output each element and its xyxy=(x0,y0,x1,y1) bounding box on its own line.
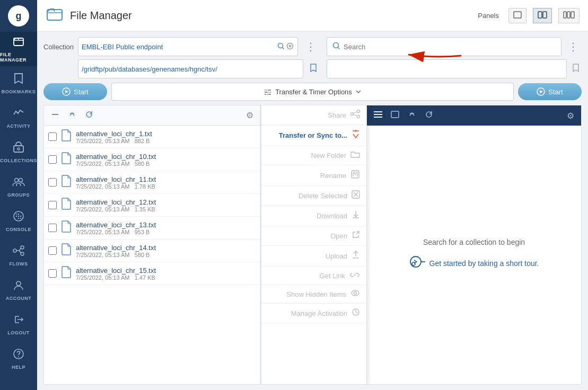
svg-point-36 xyxy=(266,93,268,95)
file-info: alternative_loci_chr_12.txt 7/25/2022, 0… xyxy=(76,198,256,212)
sidebar-item-label-flows: Flows xyxy=(10,261,28,267)
file-list: alternative_loci_chr_1.txt 7/25/2022, 05… xyxy=(44,126,260,384)
svg-rect-23 xyxy=(564,12,566,18)
tour-link-text[interactable]: Get started by taking a short tour. xyxy=(429,259,539,268)
search-path-input[interactable] xyxy=(330,65,563,73)
context-menu-item-rename: Rename xyxy=(261,165,366,186)
svg-point-6 xyxy=(16,216,17,217)
table-row[interactable]: alternative_loci_chr_15.txt 7/25/2022, 0… xyxy=(44,262,260,285)
sidebar-logo[interactable]: g xyxy=(0,0,37,32)
svg-point-7 xyxy=(18,216,19,217)
right-panel-gear-btn[interactable]: ⚙ xyxy=(564,109,577,122)
transfer-row: Start Transfer & Timer Options Start xyxy=(43,83,582,101)
context-menu-item-open: Open xyxy=(261,226,366,246)
collection-clear-btn[interactable] xyxy=(286,41,294,52)
right-panel-menu-btn[interactable] xyxy=(371,109,385,122)
ctx-icon-rename xyxy=(350,170,360,181)
file-icon xyxy=(61,243,72,259)
right-panel-up-btn[interactable] xyxy=(405,109,419,122)
panel-double-btn[interactable] xyxy=(533,8,552,23)
tour-link[interactable]: Get started by taking a short tour. xyxy=(409,255,539,272)
sidebar-item-logout[interactable]: Logout xyxy=(0,307,37,342)
file-meta: 7/25/2022, 05:13 AM 580 B xyxy=(76,252,256,258)
file-meta: 7/25/2022, 05:13 AM 1.35 KB xyxy=(76,206,256,212)
collection-search-btn[interactable] xyxy=(276,41,286,52)
sidebar-item-flows[interactable]: Flows xyxy=(0,238,37,273)
table-row[interactable]: alternative_loci_chr_1.txt 7/25/2022, 05… xyxy=(44,126,260,148)
path-input[interactable] xyxy=(82,65,300,73)
sidebar-item-groups[interactable]: Groups xyxy=(0,170,37,204)
left-panel-gear-btn[interactable]: ⚙ xyxy=(243,109,256,122)
svg-point-8 xyxy=(20,216,21,217)
left-panel-minus-btn[interactable] xyxy=(48,109,62,122)
file-icon xyxy=(61,174,72,190)
ctx-icon-manage-activation xyxy=(352,308,360,318)
file-checkbox[interactable] xyxy=(48,246,57,255)
file-info: alternative_loci_chr_14.txt 7/25/2022, 0… xyxy=(76,244,256,258)
file-name: alternative_loci_chr_1.txt xyxy=(76,130,256,138)
panel-triple-btn[interactable] xyxy=(558,8,580,23)
table-row[interactable]: alternative_loci_chr_11.txt 7/25/2022, 0… xyxy=(44,171,260,194)
sidebar-item-file-manager[interactable]: File Manager xyxy=(0,32,37,66)
svg-point-35 xyxy=(268,91,270,93)
file-checkbox[interactable] xyxy=(48,269,57,278)
panel-single-btn[interactable] xyxy=(508,8,526,23)
ctx-item-label-delete: Delete Selected xyxy=(299,192,347,200)
file-checkbox[interactable] xyxy=(48,178,57,187)
file-meta: 7/25/2022, 05:13 AM 1.47 KB xyxy=(76,274,256,281)
table-row[interactable]: alternative_loci_chr_12.txt 7/25/2022, 0… xyxy=(44,194,260,217)
svg-rect-51 xyxy=(391,111,399,118)
ctx-item-label-share: Share xyxy=(328,111,346,119)
console-icon xyxy=(13,210,24,225)
file-checkbox[interactable] xyxy=(48,201,57,209)
ctx-item-label-get-link: Get Link xyxy=(320,272,345,280)
table-row[interactable]: alternative_loci_chr_14.txt 7/25/2022, 0… xyxy=(44,240,260,262)
context-menu-item-new-folder: New Folder xyxy=(261,146,366,165)
help-icon xyxy=(13,348,24,362)
left-start-button[interactable]: Start xyxy=(43,83,107,100)
sidebar-item-label-help: Help xyxy=(12,365,25,370)
transfer-options-button[interactable]: Transfer & Timer Options xyxy=(111,83,514,101)
file-name: alternative_loci_chr_15.txt xyxy=(76,267,256,274)
file-checkbox[interactable] xyxy=(48,155,57,164)
svg-point-26 xyxy=(278,43,283,48)
context-menu-item-transfer-sync[interactable]: Transfer or Sync to... xyxy=(261,125,366,146)
collection-menu-btn[interactable]: ⋮ xyxy=(302,39,319,54)
sidebar-item-help[interactable]: Help xyxy=(0,342,37,376)
left-panel-refresh-btn[interactable] xyxy=(82,109,96,122)
file-icon xyxy=(61,152,72,167)
sidebar-item-bookmarks[interactable]: Bookmarks xyxy=(0,66,37,101)
file-info: alternative_loci_chr_13.txt 7/25/2022, 0… xyxy=(76,221,256,235)
svg-point-2 xyxy=(17,148,20,150)
collection-input[interactable] xyxy=(82,43,276,51)
file-name: alternative_loci_chr_14.txt xyxy=(76,244,256,252)
search-input[interactable] xyxy=(344,43,556,51)
search-menu-btn[interactable]: ⋮ xyxy=(565,39,582,54)
file-checkbox[interactable] xyxy=(48,224,57,232)
sidebar-item-activity[interactable]: Activity xyxy=(0,101,37,135)
topbar-filemanager-icon xyxy=(46,5,64,26)
left-panel-up-btn[interactable] xyxy=(65,109,79,122)
ctx-icon-get-link xyxy=(349,271,360,280)
ctx-icon-download xyxy=(352,210,360,221)
sidebar-item-collections[interactable]: Collections xyxy=(0,135,37,170)
table-row[interactable]: alternative_loci_chr_13.txt 7/25/2022, 0… xyxy=(44,217,260,240)
svg-point-13 xyxy=(13,249,16,252)
file-checkbox[interactable] xyxy=(48,132,57,141)
svg-marker-30 xyxy=(65,90,68,93)
table-row[interactable]: alternative_loci_chr_10.txt 7/25/2022, 0… xyxy=(44,148,260,171)
fields-row: Collection ⋮ xyxy=(43,37,582,78)
ctx-item-label-new-folder: New Folder xyxy=(311,152,346,159)
svg-point-18 xyxy=(18,356,19,357)
search-bookmark-btn[interactable] xyxy=(570,61,582,77)
file-name: alternative_loci_chr_13.txt xyxy=(76,221,256,229)
ctx-icon-transfer-sync xyxy=(352,129,360,141)
right-start-button[interactable]: Start xyxy=(518,83,582,100)
ctx-icon-upload xyxy=(352,250,360,262)
sidebar-item-account[interactable]: Account xyxy=(0,273,37,307)
path-bookmark-btn[interactable] xyxy=(308,61,319,77)
ctx-item-label-rename: Rename xyxy=(320,172,346,180)
sidebar-item-console[interactable]: Console xyxy=(0,204,37,238)
right-panel-refresh-btn[interactable] xyxy=(422,109,436,122)
right-panel-layout-btn[interactable] xyxy=(388,109,402,122)
